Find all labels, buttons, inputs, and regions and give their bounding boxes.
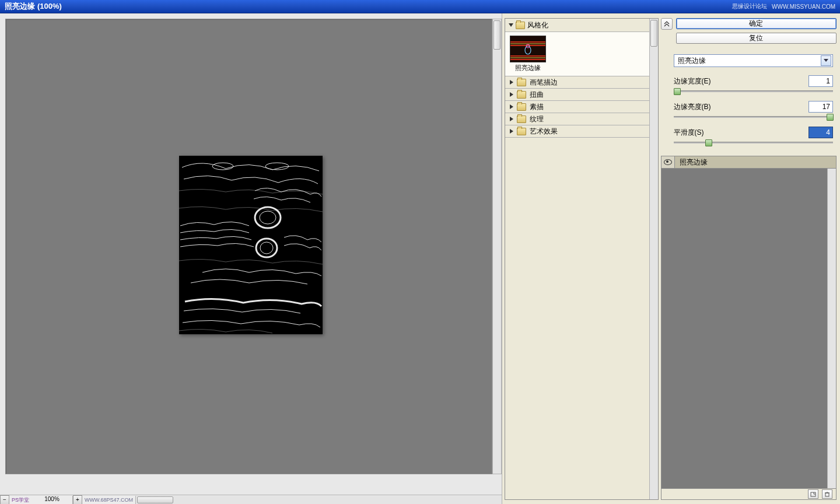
- smoothness-input[interactable]: [808, 127, 833, 138]
- eye-icon: [664, 159, 672, 165]
- layers-scrollbar[interactable]: [827, 169, 836, 488]
- folder-icon: [516, 22, 525, 29]
- effect-layers-panel: 照亮边缘: [661, 156, 836, 500]
- trash-icon: [824, 492, 830, 497]
- preview-scrollbar-horizontal[interactable]: [135, 496, 502, 504]
- param-label: 边缘亮度(B): [674, 102, 711, 112]
- collapse-icon: [509, 23, 513, 27]
- reset-label: 复位: [749, 33, 763, 43]
- smoothness-slider[interactable]: [674, 141, 833, 144]
- tree-cat-brush[interactable]: 画笔描边: [505, 76, 649, 89]
- window-title: 照亮边缘: [5, 1, 35, 12]
- watermark-url: WWW.68PS47.COM: [82, 496, 135, 504]
- preview-panel: − PS学堂 100% + WWW.68PS47.COM: [0, 13, 502, 504]
- expand-icon: [510, 117, 513, 121]
- expand-icon: [510, 104, 513, 109]
- cat-label: 纹理: [530, 114, 544, 124]
- param-edge-brightness: 边缘亮度(B): [674, 101, 833, 118]
- param-label: 边缘宽度(E): [674, 76, 711, 86]
- tree-cat-sketch[interactable]: 素描: [505, 101, 649, 113]
- cat-label: 素描: [530, 102, 544, 112]
- folder-icon: [517, 103, 526, 111]
- param-label: 平滑度(S): [674, 128, 704, 138]
- edge-brightness-slider[interactable]: [674, 115, 833, 118]
- ok-label: 确定: [749, 19, 763, 29]
- param-smoothness: 平滑度(S): [674, 127, 833, 144]
- tree-cat-texture[interactable]: 纹理: [505, 113, 649, 125]
- tree-root[interactable]: 风格化: [505, 19, 649, 32]
- layer-name: 照亮边缘: [675, 158, 708, 167]
- edge-brightness-input[interactable]: [808, 101, 833, 113]
- param-edge-width: 边缘宽度(E): [674, 75, 833, 93]
- filter-thumb-row: 照亮边缘: [505, 32, 649, 76]
- chevron-down-icon: [821, 55, 831, 66]
- new-effect-layer-button[interactable]: [808, 489, 818, 499]
- filtered-image: [179, 156, 323, 334]
- edge-width-slider[interactable]: [674, 89, 833, 93]
- controls-panel: 确定 复位 照亮边缘 边缘宽度(E) 边缘亮度(B): [659, 13, 840, 504]
- collapse-panel-button[interactable]: [661, 18, 673, 30]
- layer-row[interactable]: 照亮边缘: [662, 156, 836, 169]
- cat-label: 艺术效果: [530, 127, 558, 136]
- folder-icon: [517, 79, 526, 86]
- reset-button[interactable]: 复位: [676, 33, 836, 44]
- filter-thumb[interactable]: 照亮边缘: [509, 36, 547, 72]
- expand-icon: [510, 92, 513, 97]
- cat-label: 画笔描边: [530, 78, 558, 88]
- svg-rect-0: [179, 156, 323, 334]
- filter-thumb-label: 照亮边缘: [509, 64, 547, 72]
- tree-cat-distort[interactable]: 扭曲: [505, 89, 649, 101]
- preview-canvas[interactable]: [5, 19, 492, 474]
- cat-label: 扭曲: [530, 90, 544, 100]
- site-text: WWW.MISSYUAN.COM: [772, 4, 835, 10]
- preview-scrollbar-vertical[interactable]: [492, 19, 502, 474]
- folder-icon: [517, 128, 526, 135]
- folder-icon: [517, 116, 526, 123]
- tree-root-label: 风格化: [527, 20, 548, 30]
- title-bar: 照亮边缘 (100%) 思缘设计论坛 WWW.MISSYUAN.COM: [0, 0, 840, 13]
- visibility-toggle[interactable]: [662, 156, 675, 168]
- zoom-readout[interactable]: 100%: [32, 496, 73, 504]
- filter-tree-panel: 风格化 照亮边缘: [502, 13, 659, 504]
- delete-effect-layer-button[interactable]: [822, 489, 832, 499]
- page-icon: [810, 492, 816, 497]
- ok-button[interactable]: 确定: [676, 18, 836, 29]
- dropdown-value: 照亮边缘: [678, 56, 706, 66]
- expand-icon: [510, 80, 513, 85]
- zoom-out-button[interactable]: −: [0, 495, 9, 504]
- filter-dropdown[interactable]: 照亮边缘: [674, 54, 833, 67]
- tree-cat-artistic[interactable]: 艺术效果: [505, 125, 649, 138]
- window-zoom: (100%): [37, 2, 62, 10]
- folder-icon: [517, 91, 526, 99]
- svg-rect-11: [825, 493, 829, 496]
- edge-width-input[interactable]: [808, 75, 833, 87]
- tree-scrollbar[interactable]: [649, 19, 658, 499]
- chevron-up-double-icon: [664, 21, 670, 27]
- expand-icon: [510, 129, 513, 134]
- watermark-badge: PS学堂: [9, 496, 32, 504]
- zoom-in-button[interactable]: +: [73, 495, 82, 504]
- preview-footer: − PS学堂 100% + WWW.68PS47.COM: [0, 495, 502, 504]
- brand-text: 思缘设计论坛: [732, 2, 767, 10]
